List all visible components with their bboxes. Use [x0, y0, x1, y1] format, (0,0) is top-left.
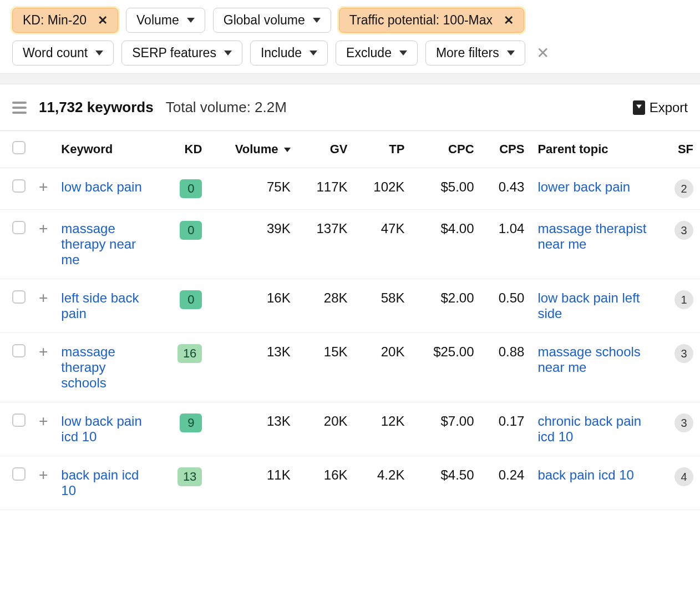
cell-tp: 20K: [354, 333, 412, 402]
col-cpc[interactable]: CPC: [411, 131, 480, 168]
row-checkbox[interactable]: [12, 467, 26, 481]
col-parent-topic[interactable]: Parent topic: [531, 131, 658, 168]
cell-cpc: $4.50: [411, 456, 480, 510]
cell-gv: 20K: [297, 402, 354, 456]
row-checkbox[interactable]: [12, 221, 26, 234]
separator-bar: [0, 73, 700, 84]
parent-topic-link[interactable]: chronic back pain icd 10: [537, 414, 641, 444]
col-tp[interactable]: TP: [354, 131, 412, 168]
keyword-link[interactable]: massage therapy near me: [61, 221, 136, 267]
expand-icon[interactable]: +: [39, 220, 48, 237]
keyword-link[interactable]: massage therapy schools: [61, 344, 115, 390]
keywords-table: Keyword KD Volume GV TP CPC CPS Parent t…: [0, 130, 700, 510]
expand-icon[interactable]: +: [39, 466, 48, 483]
col-volume[interactable]: Volume: [209, 131, 297, 168]
parent-topic-link[interactable]: massage therapist near me: [537, 221, 646, 251]
sf-badge[interactable]: 2: [674, 179, 693, 198]
cell-cps: 0.50: [481, 279, 531, 333]
keyword-link[interactable]: low back pain icd 10: [61, 414, 141, 444]
chevron-down-icon: [187, 18, 195, 23]
cell-cps: 0.43: [481, 168, 531, 210]
filter-global-volume[interactable]: Global volume: [213, 8, 331, 33]
chevron-down-icon: [313, 18, 321, 23]
export-button[interactable]: Export: [633, 100, 688, 115]
kd-badge: 13: [177, 467, 202, 486]
filter-kd[interactable]: KD: Min-20 ✕: [12, 8, 118, 33]
keyword-link[interactable]: low back pain: [61, 179, 141, 194]
row-checkbox[interactable]: [12, 290, 26, 304]
kd-badge: 0: [180, 179, 202, 198]
col-sf[interactable]: SF: [658, 131, 700, 168]
chevron-down-icon: [95, 51, 103, 56]
parent-topic-link[interactable]: low back pain left side: [537, 290, 640, 321]
filters-row-1: KD: Min-20 ✕ Volume Global volume Traffi…: [0, 0, 700, 33]
summary-row: 11,732 keywords Total volume: 2.2M Expor…: [0, 84, 700, 130]
close-icon[interactable]: ✕: [504, 13, 514, 28]
cell-volume: 16K: [209, 279, 297, 333]
col-cps[interactable]: CPS: [481, 131, 531, 168]
sort-desc-icon: [284, 148, 291, 152]
expand-icon[interactable]: +: [39, 289, 48, 306]
filter-exclude[interactable]: Exclude: [336, 41, 418, 65]
kd-badge: 0: [180, 221, 202, 240]
sf-badge[interactable]: 3: [674, 414, 693, 432]
col-keyword[interactable]: Keyword: [54, 131, 160, 168]
filter-word-count[interactable]: Word count: [12, 41, 114, 65]
kd-badge: 0: [180, 290, 202, 309]
parent-topic-link[interactable]: lower back pain: [537, 179, 630, 194]
row-checkbox[interactable]: [12, 414, 26, 427]
filter-serp-features-label: SERP features: [132, 46, 216, 60]
cell-gv: 15K: [297, 333, 354, 402]
filter-volume[interactable]: Volume: [126, 8, 205, 33]
cell-volume: 11K: [209, 456, 297, 510]
export-label: Export: [650, 100, 688, 115]
clear-filters-icon[interactable]: ✕: [536, 44, 549, 62]
sf-badge[interactable]: 4: [674, 467, 693, 486]
keyword-count: 11,732 keywords: [39, 99, 154, 116]
total-volume: Total volume: 2.2M: [166, 99, 287, 116]
expand-icon[interactable]: +: [39, 343, 48, 360]
list-view-icon[interactable]: [12, 102, 27, 114]
col-gv[interactable]: GV: [297, 131, 354, 168]
sf-badge[interactable]: 3: [674, 344, 693, 363]
expand-icon[interactable]: +: [39, 412, 48, 430]
table-row: +massage therapy near me039K137K47K$4.00…: [0, 210, 700, 279]
row-checkbox[interactable]: [12, 344, 26, 357]
cell-volume: 39K: [209, 210, 297, 279]
filter-traffic-potential[interactable]: Traffic potential: 100-Max ✕: [339, 8, 524, 33]
parent-topic-link[interactable]: massage schools near me: [537, 344, 640, 375]
cell-gv: 137K: [297, 210, 354, 279]
sf-badge[interactable]: 3: [674, 221, 693, 240]
cell-cps: 0.88: [481, 333, 531, 402]
table-row: +back pain icd 101311K16K4.2K$4.500.24ba…: [0, 456, 700, 510]
filter-traffic-potential-label: Traffic potential: 100-Max: [349, 13, 493, 28]
sf-badge[interactable]: 1: [674, 290, 693, 309]
select-all-checkbox[interactable]: [12, 141, 26, 154]
chevron-down-icon: [224, 51, 232, 56]
filters-row-2: Word count SERP features Include Exclude…: [0, 33, 700, 73]
expand-icon[interactable]: +: [39, 178, 48, 195]
cell-cpc: $7.00: [411, 402, 480, 456]
filter-global-volume-label: Global volume: [224, 13, 305, 28]
cell-tp: 47K: [354, 210, 412, 279]
kd-badge: 9: [180, 414, 202, 432]
keyword-link[interactable]: left side back pain: [61, 290, 139, 321]
parent-topic-link[interactable]: back pain icd 10: [537, 467, 633, 482]
cell-tp: 58K: [354, 279, 412, 333]
row-checkbox[interactable]: [12, 179, 26, 193]
chevron-down-icon: [507, 51, 515, 56]
keyword-link[interactable]: back pain icd 10: [61, 467, 139, 498]
download-icon: [633, 100, 645, 115]
cell-cps: 0.17: [481, 402, 531, 456]
filter-include[interactable]: Include: [250, 41, 328, 65]
cell-cps: 0.24: [481, 456, 531, 510]
filter-more-filters[interactable]: More filters: [425, 41, 525, 65]
filter-more-filters-label: More filters: [436, 46, 499, 60]
chevron-down-icon: [399, 51, 407, 56]
col-kd[interactable]: KD: [160, 131, 209, 168]
cell-cpc: $25.00: [411, 333, 480, 402]
table-row: +left side back pain016K28K58K$2.000.50l…: [0, 279, 700, 333]
close-icon[interactable]: ✕: [98, 13, 108, 28]
cell-gv: 16K: [297, 456, 354, 510]
filter-serp-features[interactable]: SERP features: [121, 41, 242, 65]
